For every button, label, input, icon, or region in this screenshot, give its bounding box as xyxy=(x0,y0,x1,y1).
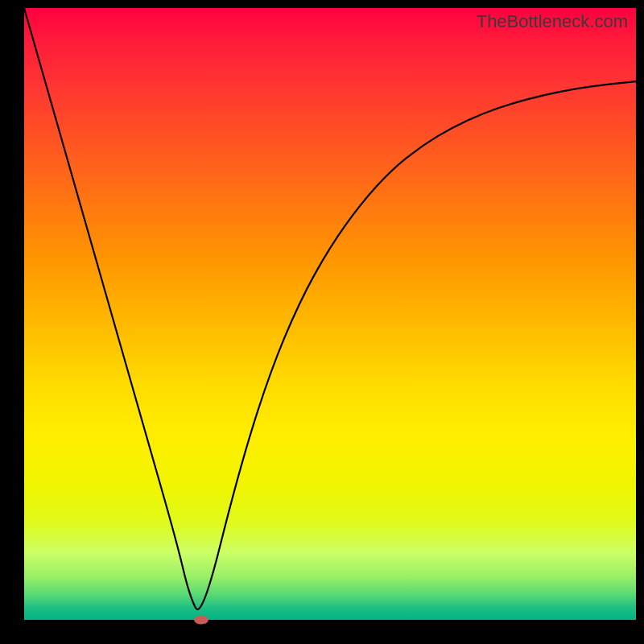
minimum-marker xyxy=(194,616,208,625)
bottleneck-curve xyxy=(24,8,636,609)
source-attribution: TheBottleneck.com xyxy=(477,11,628,32)
curve-layer xyxy=(24,8,636,620)
chart-plot-area: TheBottleneck.com xyxy=(24,8,636,620)
